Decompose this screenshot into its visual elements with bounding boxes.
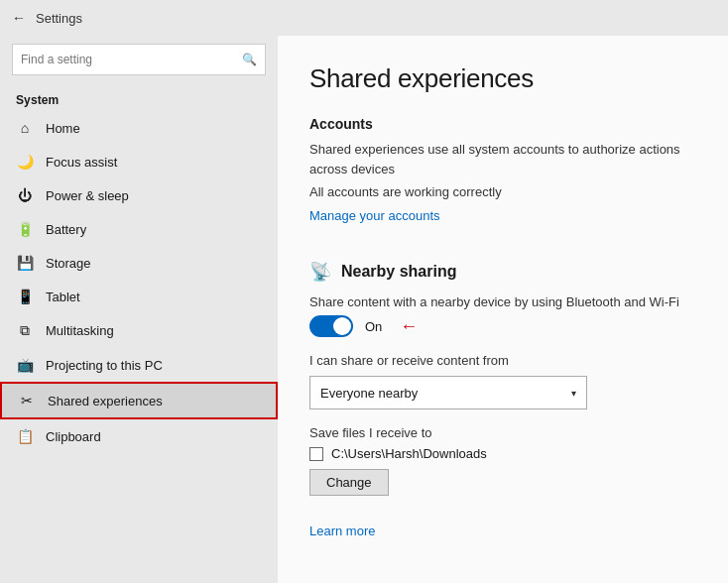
chevron-down-icon: ▾ bbox=[571, 388, 576, 399]
nearby-sharing-icon: 📡 bbox=[309, 261, 331, 283]
sidebar-item-home[interactable]: ⌂ Home bbox=[0, 111, 278, 145]
sidebar-label-power-sleep: Power & sleep bbox=[46, 188, 129, 203]
sidebar-label-shared-experiences: Shared experiences bbox=[48, 394, 163, 408]
sidebar-icon-multitasking: ⧉ bbox=[16, 322, 34, 339]
title-bar-title: Settings bbox=[36, 11, 82, 26]
sidebar-icon-home: ⌂ bbox=[16, 120, 34, 136]
can-share-label: I can share or receive content from bbox=[309, 353, 696, 368]
sidebar-section-title: System bbox=[0, 83, 278, 111]
save-files-label: Save files I receive to bbox=[309, 425, 696, 440]
back-button[interactable]: ← bbox=[12, 10, 26, 26]
sidebar-item-multitasking[interactable]: ⧉ Multitasking bbox=[0, 313, 278, 348]
arrow-annotation: ← bbox=[400, 316, 418, 337]
content-area: Shared experiences Accounts Shared exper… bbox=[278, 36, 728, 583]
page-title: Shared experiences bbox=[309, 63, 696, 94]
change-button[interactable]: Change bbox=[309, 469, 389, 496]
search-icon: 🔍 bbox=[242, 53, 257, 66]
sidebar-item-tablet[interactable]: 📱 Tablet bbox=[0, 280, 278, 313]
accounts-desc2: All accounts are working correctly bbox=[309, 182, 696, 202]
file-path-text: C:\Users\Harsh\Downloads bbox=[331, 446, 487, 461]
sidebar-items-container: ⌂ Home 🌙 Focus assist ⏻ Power & sleep 🔋 … bbox=[0, 111, 278, 453]
sidebar-icon-clipboard: 📋 bbox=[16, 428, 34, 444]
sidebar-icon-battery: 🔋 bbox=[16, 221, 34, 237]
sidebar-label-battery: Battery bbox=[46, 222, 86, 237]
manage-accounts-link[interactable]: Manage your accounts bbox=[309, 208, 440, 223]
sidebar-item-focus-assist[interactable]: 🌙 Focus assist bbox=[0, 145, 278, 178]
accounts-heading: Accounts bbox=[309, 116, 696, 132]
dropdown-value: Everyone nearby bbox=[320, 386, 418, 401]
title-bar: ← Settings bbox=[0, 0, 728, 36]
sidebar: 🔍 System ⌂ Home 🌙 Focus assist ⏻ Power &… bbox=[0, 36, 278, 583]
sidebar-icon-shared-experiences: ✂ bbox=[18, 393, 36, 408]
sidebar-label-home: Home bbox=[46, 121, 80, 136]
accounts-desc1: Shared experiences use all system accoun… bbox=[309, 140, 696, 178]
sidebar-icon-storage: 💾 bbox=[16, 255, 34, 271]
share-desc: Share content with a nearby device by us… bbox=[309, 292, 696, 312]
sidebar-icon-projecting: 📺 bbox=[16, 357, 34, 373]
main-layout: 🔍 System ⌂ Home 🌙 Focus assist ⏻ Power &… bbox=[0, 36, 728, 583]
sidebar-item-projecting[interactable]: 📺 Projecting to this PC bbox=[0, 348, 278, 382]
sidebar-item-clipboard[interactable]: 📋 Clipboard bbox=[0, 419, 278, 453]
sidebar-item-battery[interactable]: 🔋 Battery bbox=[0, 212, 278, 246]
save-files-path-row: C:\Users\Harsh\Downloads bbox=[309, 446, 696, 461]
nearby-heading-row: 📡 Nearby sharing bbox=[309, 261, 696, 283]
everyone-nearby-dropdown[interactable]: Everyone nearby ▾ bbox=[309, 376, 587, 409]
path-checkbox[interactable] bbox=[309, 447, 323, 461]
toggle-label: On bbox=[365, 319, 382, 334]
sidebar-label-multitasking: Multitasking bbox=[46, 323, 114, 338]
sidebar-item-shared-experiences[interactable]: ✂ Shared experiences bbox=[0, 382, 278, 419]
save-files-section: Save files I receive to C:\Users\Harsh\D… bbox=[309, 425, 696, 496]
sidebar-label-focus-assist: Focus assist bbox=[46, 155, 117, 170]
toggle-row: On ← bbox=[309, 315, 696, 337]
learn-more-link[interactable]: Learn more bbox=[309, 524, 375, 538]
sidebar-item-storage[interactable]: 💾 Storage bbox=[0, 246, 278, 280]
sidebar-label-storage: Storage bbox=[46, 256, 91, 271]
sidebar-icon-power-sleep: ⏻ bbox=[16, 187, 34, 203]
sidebar-label-tablet: Tablet bbox=[46, 290, 80, 304]
nearby-sharing-title: Nearby sharing bbox=[341, 263, 456, 281]
sidebar-label-clipboard: Clipboard bbox=[46, 429, 101, 444]
sidebar-label-projecting: Projecting to this PC bbox=[46, 358, 163, 373]
nearby-sharing-toggle[interactable] bbox=[309, 315, 353, 337]
sidebar-item-power-sleep[interactable]: ⏻ Power & sleep bbox=[0, 178, 278, 212]
dropdown-row: Everyone nearby ▾ bbox=[309, 376, 696, 409]
search-input[interactable] bbox=[21, 53, 242, 66]
sidebar-icon-tablet: 📱 bbox=[16, 289, 34, 304]
sidebar-icon-focus-assist: 🌙 bbox=[16, 154, 34, 170]
search-box[interactable]: 🔍 bbox=[12, 44, 266, 75]
